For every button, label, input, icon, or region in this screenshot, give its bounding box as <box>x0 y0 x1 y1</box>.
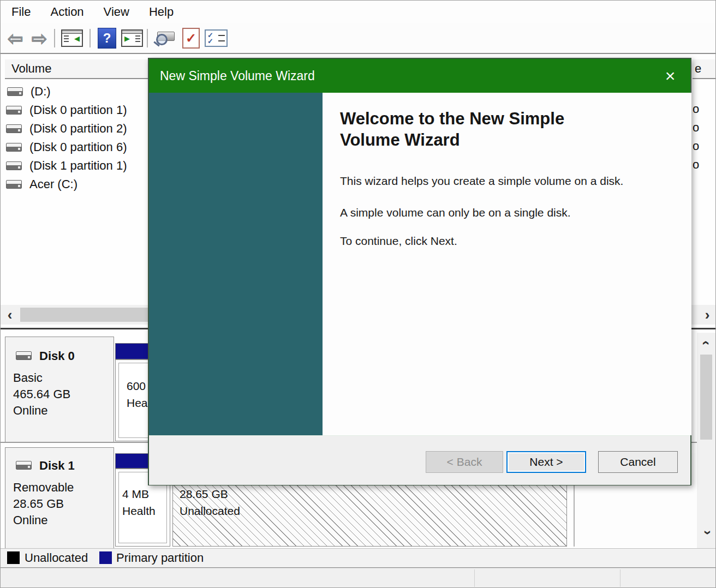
wizard-content: Welcome to the New Simple Volume Wizard … <box>323 93 691 435</box>
clipped-cell-text: o <box>693 139 703 153</box>
disk1-partition-line1: 4 MB <box>122 485 168 502</box>
close-button[interactable]: × <box>658 63 683 88</box>
disk0-partition-line2: Hea <box>127 394 148 411</box>
unallocated-size: 28.65 GB <box>180 485 240 502</box>
disk1-size: 28.65 GB <box>13 497 64 511</box>
legend-primary-label: Primary partition <box>116 551 204 565</box>
disk-icon <box>16 351 32 360</box>
drive-icon <box>6 161 22 170</box>
scroll-left-button[interactable]: ‹ <box>2 306 18 323</box>
properties-button[interactable]: ◀ <box>59 26 85 51</box>
new-simple-volume-wizard-dialog: New Simple Volume Wizard × Welcome to th… <box>148 58 691 485</box>
task-list-button[interactable]: ✓ ✓ <box>204 26 229 51</box>
disk-search-icon <box>154 27 176 49</box>
primary-partition-swatch <box>99 551 112 564</box>
help-icon: ? <box>98 28 116 49</box>
wizard-paragraph: A simple volume can only be on a single … <box>340 206 571 219</box>
volume-label: (Disk 0 partition 1) <box>29 103 127 117</box>
cancel-button[interactable]: Cancel <box>598 451 678 473</box>
wizard-button-strip: < Back Next > Cancel <box>149 435 690 485</box>
disk0-label-cell[interactable]: Disk 0 Basic 465.64 GB Online <box>5 337 114 442</box>
disk0-partition-line1: 600 <box>127 377 148 394</box>
toolbar-separator <box>54 29 55 47</box>
legend-unallocated-label: Unallocated <box>25 551 88 565</box>
volume-row[interactable]: (Disk 1 partition 1) <box>1 157 153 175</box>
volume-column-header[interactable]: Volume <box>5 59 152 79</box>
menu-help[interactable]: Help <box>139 2 183 22</box>
menu-action[interactable]: Action <box>40 2 93 22</box>
wizard-paragraph: To continue, click Next. <box>340 235 457 248</box>
clipped-column-header[interactable]: e <box>693 59 716 79</box>
volume-label: (Disk 0 partition 6) <box>29 140 127 154</box>
back-icon: ⇦ <box>8 27 23 49</box>
next-button[interactable]: Next > <box>506 451 586 473</box>
wizard-title-bar[interactable]: New Simple Volume Wizard × <box>149 59 690 93</box>
wizard-title: New Simple Volume Wizard <box>149 69 315 83</box>
chevron-right-icon: › <box>705 307 710 323</box>
disk1-name: Disk 1 <box>39 459 75 472</box>
volume-row[interactable]: (Disk 0 partition 1) <box>1 101 153 119</box>
unallocated-label: Unallocated <box>180 502 240 519</box>
status-divider <box>620 569 620 587</box>
wizard-heading: Welcome to the New Simple Volume Wizard <box>340 108 602 151</box>
unallocated-swatch <box>7 551 20 564</box>
forward-button[interactable]: ⇨ <box>27 26 52 51</box>
report-check-icon: ✓ <box>182 28 200 49</box>
toolbar-separator <box>147 29 148 47</box>
volume-label: Acer (C:) <box>29 177 77 191</box>
volume-row[interactable]: (Disk 0 partition 2) <box>1 119 153 138</box>
toolbar-separator <box>90 29 91 47</box>
volume-row[interactable]: Acer (C:) <box>1 175 153 194</box>
disk-management-window: File Action View Help ⇦ ⇨ ◀ ? <box>0 0 716 588</box>
volume-row[interactable]: (Disk 0 partition 6) <box>1 138 153 157</box>
back-button[interactable]: ⇦ <box>3 26 28 51</box>
report-button[interactable]: ✓ <box>178 26 204 51</box>
volume-row[interactable]: (D:) <box>1 82 154 101</box>
status-divider <box>474 569 475 587</box>
disk-icon <box>16 461 32 470</box>
clipped-cell-text: o <box>693 102 703 116</box>
clipped-header-label: e <box>695 62 701 76</box>
rescan-disks-button[interactable] <box>152 26 177 51</box>
disk1-partition-line2: Health <box>122 502 168 519</box>
scroll-up-button[interactable]: ‹ <box>698 335 714 350</box>
menu-file[interactable]: File <box>2 2 40 22</box>
close-icon: × <box>665 66 676 86</box>
drive-icon <box>6 180 22 189</box>
show-console-button[interactable]: ▶ <box>120 26 145 51</box>
back-button-wizard[interactable]: < Back <box>426 451 503 473</box>
chevron-up-icon: ‹ <box>697 340 714 345</box>
wizard-banner <box>149 93 323 435</box>
window-panel-icon: ◀ <box>61 29 83 47</box>
disk1-label-cell[interactable]: Disk 1 Removable 28.65 GB Online <box>5 447 114 550</box>
scroll-down-button[interactable]: ‹ <box>698 525 714 540</box>
help-button[interactable]: ? <box>94 26 120 51</box>
window-run-icon: ▶ <box>121 29 143 47</box>
menu-view[interactable]: View <box>94 2 139 22</box>
disk1-type: Removable <box>13 481 74 495</box>
task-list-icon: ✓ ✓ <box>205 29 228 47</box>
scroll-right-button[interactable]: › <box>699 306 715 323</box>
drive-icon <box>7 87 23 96</box>
volume-header-label: Volume <box>11 62 51 76</box>
clipped-cell-text: o <box>693 121 703 135</box>
disk1-status: Online <box>13 513 48 527</box>
forward-icon: ⇨ <box>32 27 47 49</box>
drive-icon <box>6 124 22 133</box>
vertical-scroll-thumb[interactable] <box>700 355 712 440</box>
menu-bar: File Action View Help <box>1 1 716 23</box>
chevron-left-icon: ‹ <box>8 307 13 323</box>
drive-icon <box>6 143 22 152</box>
disk0-status: Online <box>13 404 48 418</box>
clipped-cell-text: o <box>693 158 703 172</box>
vertical-scrollbar[interactable]: ‹ ‹ <box>697 333 715 549</box>
legend-bar: Unallocated Primary partition <box>1 548 715 568</box>
toolbar: ⇦ ⇨ ◀ ? ▶ <box>1 23 715 54</box>
disk0-type: Basic <box>13 371 43 385</box>
volume-label: (D:) <box>31 85 51 99</box>
chevron-down-icon: ‹ <box>697 530 714 535</box>
disk0-size: 465.64 GB <box>13 387 70 401</box>
wizard-paragraph: This wizard helps you create a simple vo… <box>340 175 623 188</box>
disk0-name: Disk 0 <box>39 349 75 363</box>
status-bar <box>1 568 715 588</box>
